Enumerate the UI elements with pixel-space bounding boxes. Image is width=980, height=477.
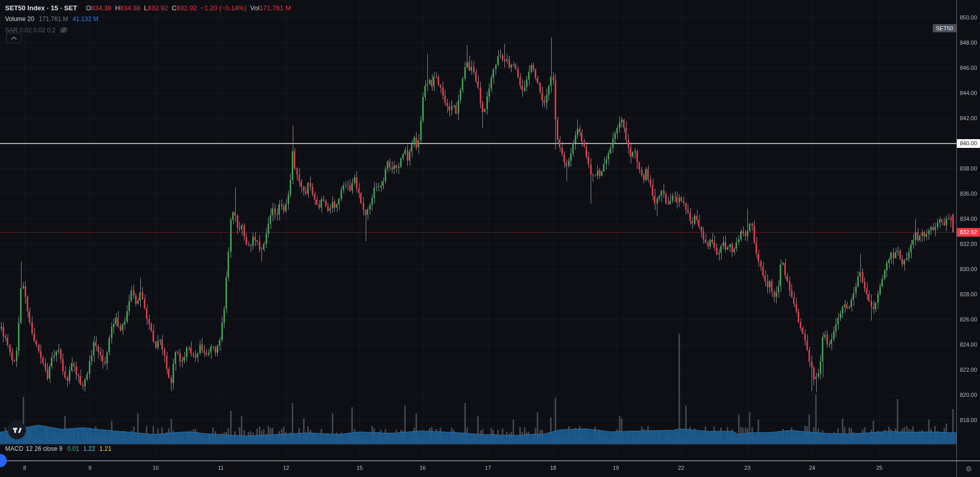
close-label: C [172,4,176,12]
time-axis-label: 8 [23,465,26,471]
price-axis-label: 820.00 [957,391,980,399]
vol-value: 171.761 M [259,4,291,12]
low-label: L [144,4,147,12]
tradingview-logo[interactable] [8,421,26,440]
close-value: 832.92 [177,4,197,12]
pane-symbol-tag: SET50 [933,24,956,32]
low-value: 832.92 [147,4,168,12]
symbol-legend-row[interactable]: SET50 Index · 15 · SET O834.38 H834.38 L… [5,3,291,13]
volume-ma-value: 41.132 M [72,15,98,23]
open-label: O [86,4,91,12]
legend: SET50 Index · 15 · SET O834.38 H834.38 L… [5,3,291,35]
price-axis-label: 828.00 [957,290,980,298]
price-axis-label: 838.00 [957,164,980,173]
high-value: 834.38 [120,4,140,12]
volume-indicator-title: Volume 20 [5,15,34,23]
time-axis-label: 12 [283,465,289,471]
macd-line-value: 1.22 [83,445,95,452]
eye-hidden-icon[interactable] [60,27,68,33]
price-axis-label: 822.00 [957,366,980,374]
high-label: H [115,4,120,12]
macd-title: MACD [5,445,23,452]
time-axis[interactable]: 89101112151617181922232425 [0,461,956,477]
macd-indicator-row[interactable]: MACD 12 26 close 9 0.01 1.22 1.21 [5,445,111,452]
price-axis-label: 830.00 [957,265,980,273]
price-axis-label: 826.00 [957,315,980,323]
vol-label: Vol [250,4,259,12]
time-axis-label: 16 [420,465,426,471]
price-axis-label: 844.00 [957,89,980,97]
macd-hist-value: 0.01 [67,445,79,452]
price-axis-label: 850.00 [957,13,980,22]
symbol-title: SET50 Index · 15 · SET [5,4,77,12]
price-axis-label: 848.00 [957,39,980,47]
tradingview-chart-window: SET50 Index · 15 · SET O834.38 H834.38 L… [0,0,980,477]
time-axis-label: 22 [678,465,684,471]
price-axis-label: 818.00 [957,416,980,424]
pane-collapse-button[interactable] [6,33,22,43]
price-axis-label: 842.00 [957,114,980,122]
volume-indicator-value: 171.761 M [39,15,68,23]
timescale-settings-gear-icon[interactable]: ⚙ [964,464,974,474]
chart-canvas[interactable] [0,0,980,477]
time-axis-label: 18 [550,465,556,471]
time-axis-label: 17 [485,465,491,471]
time-axis-label: 11 [218,465,223,471]
change-value: −1.20 (−0.14%) [200,4,247,12]
open-value: 834.38 [91,4,111,12]
chevron-up-icon [11,36,17,40]
time-axis-label: 19 [613,465,619,471]
macd-params: 12 26 close 9 [26,445,62,452]
price-axis-label: 832.00 [957,240,980,248]
time-axis-label: 15 [356,465,363,471]
tv-logo-icon [11,425,23,436]
price-axis-label: 846.00 [957,64,980,72]
price-line-tag-840: 840.00 [957,139,980,148]
price-axis-label: 824.00 [957,340,980,349]
time-axis-label: 23 [744,465,750,471]
last-price-tag: 832.92 [957,228,980,237]
macd-signal-value: 1.21 [99,445,111,452]
time-axis-label: 25 [876,465,882,471]
price-axis[interactable]: 840.00 832.92 850.00848.00846.00844.0084… [957,0,980,461]
time-axis-label: 10 [153,465,159,471]
time-axis-label: 9 [88,465,91,471]
price-axis-label: 834.00 [957,215,980,223]
time-axis-label: 24 [809,465,815,471]
price-axis-label: 836.00 [957,189,980,198]
volume-indicator-row[interactable]: Volume 20 171.761 M 41.132 M [5,14,291,24]
sar-indicator-row[interactable]: SAR 0.02 0.02 0.2 [5,25,291,35]
